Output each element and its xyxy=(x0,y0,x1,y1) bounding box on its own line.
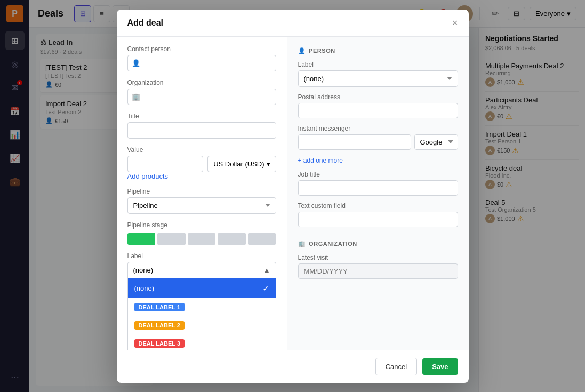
pipeline-group: Pipeline Pipeline xyxy=(127,188,276,214)
postal-address-group: Postal address xyxy=(298,93,458,118)
modal-title: Add deal xyxy=(127,18,164,28)
person-section-label: PERSON xyxy=(309,47,335,54)
job-title-group: Job title xyxy=(298,171,458,196)
deal-label-badge-2: DEAL LABEL 2 xyxy=(134,321,185,330)
currency-label: US Dollar (USD) xyxy=(213,160,264,168)
label-group: Label (none) ▲ (none) ✓ xyxy=(127,252,276,350)
organization-section-icon: 🏢 xyxy=(298,241,306,247)
value-group: Value US Dollar (USD) ▾ Add products xyxy=(127,146,276,180)
organization-input[interactable] xyxy=(127,89,276,105)
value-row: US Dollar (USD) ▾ xyxy=(127,156,276,172)
postal-address-input[interactable] xyxy=(298,103,458,118)
person-section-icon: 👤 xyxy=(298,47,306,54)
messenger-text-input[interactable] xyxy=(298,134,411,150)
stage-pill-1[interactable] xyxy=(127,233,156,245)
modal-header: Add deal × xyxy=(117,10,469,37)
dropdown-item-none[interactable]: (none) ✓ xyxy=(128,278,276,298)
person-section-header: 👤 PERSON xyxy=(298,47,458,54)
contact-person-input-wrapper: 👤 xyxy=(127,55,276,71)
pipeline-select-wrapper: Pipeline xyxy=(127,197,276,214)
chevron-up-icon: ▲ xyxy=(263,266,270,274)
person-label-label: Label xyxy=(298,61,458,68)
organization-section-label: ORGANIZATION xyxy=(309,241,357,247)
organization-section-header: 🏢 ORGANIZATION xyxy=(298,241,458,247)
messenger-row: Google xyxy=(298,134,458,150)
dropdown-item-label: (none) xyxy=(134,284,155,292)
dropdown-item-label2[interactable]: DEAL LABEL 2 xyxy=(128,316,276,334)
modal-left-panel: Contact person 👤 Organization 🏢 xyxy=(117,37,287,350)
organization-label: Organization xyxy=(127,79,276,86)
save-button[interactable]: Save xyxy=(422,358,458,375)
stage-pill-4[interactable] xyxy=(218,233,246,245)
latest-visit-label: Latest visit xyxy=(298,254,458,261)
text-custom-field-label: Text custom field xyxy=(298,202,458,210)
value-label: Value xyxy=(127,146,276,154)
deal-label-badge-1: DEAL LABEL 1 xyxy=(134,303,185,311)
latest-visit-group: Latest visit xyxy=(298,254,458,279)
label-field-label: Label xyxy=(127,252,276,260)
add-deal-modal: Add deal × Contact person 👤 xyxy=(117,10,469,383)
contact-person-label: Contact person xyxy=(127,45,276,53)
add-products-link[interactable]: Add products xyxy=(127,172,169,180)
title-group: Title xyxy=(127,113,276,139)
deal-label-badge-3: DEAL LABEL 3 xyxy=(134,339,185,348)
person-label-select[interactable]: (none) xyxy=(298,70,458,87)
title-label: Title xyxy=(127,113,276,120)
title-input[interactable] xyxy=(127,122,276,139)
pipeline-select[interactable]: Pipeline xyxy=(127,197,276,214)
organization-group: Organization 🏢 xyxy=(127,79,276,105)
stage-pill-2[interactable] xyxy=(157,233,186,245)
contact-person-input[interactable] xyxy=(127,55,276,71)
section-divider xyxy=(298,234,458,234)
modal-footer: Cancel Save xyxy=(117,350,469,383)
latest-visit-input[interactable] xyxy=(298,263,458,279)
value-input[interactable] xyxy=(127,156,204,172)
organization-input-wrapper: 🏢 xyxy=(127,89,276,105)
dropdown-item-label1[interactable]: DEAL LABEL 1 xyxy=(128,298,276,316)
pipeline-stage-group: Pipeline stage xyxy=(127,221,276,245)
label-selected-value: (none) xyxy=(133,266,154,274)
pipeline-label: Pipeline xyxy=(127,188,276,195)
postal-address-label: Postal address xyxy=(298,93,458,101)
add-one-more-link[interactable]: + add one more xyxy=(298,157,343,164)
messenger-platform-wrapper: Google xyxy=(414,134,458,150)
cancel-button[interactable]: Cancel xyxy=(375,358,417,375)
modal-close-button[interactable]: × xyxy=(452,18,458,28)
modal-body: Contact person 👤 Organization 🏢 xyxy=(117,37,469,350)
messenger-platform-select[interactable]: Google xyxy=(414,134,458,150)
job-title-label: Job title xyxy=(298,171,458,178)
chevron-down-icon: ▾ xyxy=(267,160,270,168)
stage-pill-3[interactable] xyxy=(188,233,216,245)
pipeline-stage-label: Pipeline stage xyxy=(127,221,276,229)
instant-messenger-label: Instant messenger xyxy=(298,125,458,132)
label-dropdown-list: (none) ✓ DEAL LABEL 1 DEAL LABEL 2 xyxy=(128,278,276,350)
text-custom-field-group: Text custom field xyxy=(298,202,458,227)
check-icon: ✓ xyxy=(262,283,269,293)
person-label-group: Label (none) xyxy=(298,61,458,87)
person-icon: 👤 xyxy=(132,59,140,67)
label-dropdown[interactable]: (none) ▲ (none) ✓ DEAL LABEL 1 xyxy=(127,262,276,350)
modal-overlay[interactable]: Add deal × Contact person 👤 xyxy=(0,0,585,392)
building-icon: 🏢 xyxy=(132,93,140,101)
dropdown-item-label3[interactable]: DEAL LABEL 3 xyxy=(128,334,276,350)
label-dropdown-header[interactable]: (none) ▲ xyxy=(128,262,276,278)
currency-select[interactable]: US Dollar (USD) ▾ xyxy=(207,156,276,172)
person-label-select-wrapper: (none) xyxy=(298,70,458,87)
pipeline-stage-bar[interactable] xyxy=(127,233,276,245)
stage-pill-5[interactable] xyxy=(248,233,276,245)
modal-right-panel: 👤 PERSON Label (none) Postal address xyxy=(287,37,469,350)
text-custom-field-input[interactable] xyxy=(298,212,458,227)
contact-person-group: Contact person 👤 xyxy=(127,45,276,71)
job-title-input[interactable] xyxy=(298,180,458,196)
instant-messenger-group: Instant messenger Google xyxy=(298,125,458,150)
